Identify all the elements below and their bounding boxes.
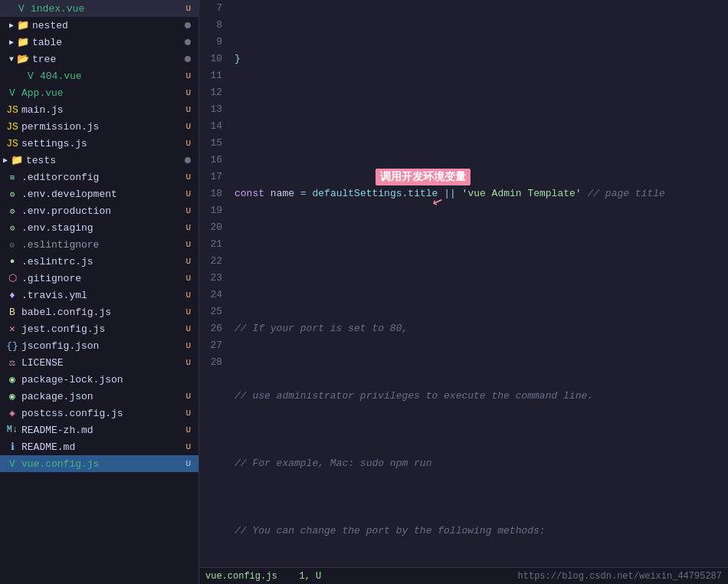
- file-badge: U: [185, 324, 191, 333]
- code-line-10: [234, 253, 728, 270]
- js-icon: JS: [6, 137, 18, 149]
- line-num-26: 26: [202, 320, 222, 337]
- dot-badge: [185, 22, 191, 28]
- js-icon: JS: [6, 103, 18, 116]
- line-col-status: 1, U: [299, 571, 321, 582]
- line-num-12: 12: [202, 84, 222, 101]
- vue-icon: V: [6, 87, 18, 99]
- sidebar-item-env-staging[interactable]: ⚙ .env.staging U: [0, 219, 198, 236]
- vue-icon: V: [15, 2, 28, 15]
- vue-icon: V: [6, 458, 18, 470]
- file-badge: U: [185, 4, 191, 13]
- chevron-right-icon: ▶: [6, 37, 17, 48]
- sidebar-item-nested[interactable]: ▶ 📁 nested: [0, 17, 198, 34]
- sidebar-item-index-vue[interactable]: V index.vue U: [0, 0, 198, 17]
- sidebar-item-postcss-config[interactable]: ◈ postcss.config.js U: [0, 405, 198, 422]
- line-numbers: 7 8 9 10 11 12 13 14 15 16 17 18 19 20 2…: [199, 0, 228, 567]
- file-label: main.js: [21, 104, 185, 116]
- line-num-14: 14: [202, 118, 222, 135]
- code-area[interactable]: 调用开发环境变量 ↙ 7 8 9 10 11 12 13 14 15 16 17…: [199, 0, 728, 567]
- dot-badge: [185, 56, 191, 62]
- file-label: settings.js: [21, 138, 185, 149]
- sidebar-item-tests[interactable]: ▶ 📁 tests: [0, 152, 198, 169]
- jest-icon: ✕: [6, 323, 18, 335]
- file-label: jsconfig.json: [21, 340, 185, 352]
- file-badge: U: [185, 122, 191, 131]
- file-label: LICENSE: [21, 357, 185, 369]
- file-label: README.md: [21, 441, 185, 453]
- sidebar-item-table[interactable]: ▶ 📁 table: [0, 34, 198, 51]
- vue-icon: V: [25, 70, 37, 82]
- sidebar-item-tree[interactable]: ▼ 📂 tree: [0, 51, 198, 67]
- file-badge: U: [185, 240, 191, 249]
- sidebar-item-gitignore[interactable]: ⬡ .gitignore U: [0, 270, 198, 287]
- file-label: .travis.yml: [21, 290, 185, 301]
- chevron-down-icon: ▼: [6, 54, 17, 64]
- line-num-21: 21: [202, 236, 222, 253]
- annotation-label: 调用开发环境变量: [375, 169, 471, 185]
- sidebar-item-package-json[interactable]: ◉ package.json U: [0, 388, 198, 405]
- file-label: .gitignore: [21, 273, 185, 284]
- sidebar-item-readme[interactable]: ℹ README.md U: [0, 438, 198, 455]
- file-label: table: [32, 37, 185, 48]
- file-label: tree: [32, 54, 185, 65]
- file-label: postcss.config.js: [21, 408, 185, 419]
- chevron-right-icon: ▶: [6, 20, 17, 31]
- env-icon: ⚙: [6, 221, 18, 234]
- sidebar-item-editorconfig[interactable]: ≋ .editorconfig U: [0, 169, 198, 185]
- sidebar-item-main-js[interactable]: JS main.js U: [0, 101, 198, 118]
- info-icon: ℹ: [6, 441, 18, 453]
- file-badge: U: [185, 442, 191, 451]
- file-badge: U: [185, 290, 191, 300]
- line-num-23: 23: [202, 270, 222, 287]
- sidebar-item-env-production[interactable]: ⚙ .env.production U: [0, 202, 198, 219]
- file-label: .env.staging: [21, 222, 185, 234]
- sidebar-item-eslintrc[interactable]: ● .eslintrc.js U: [0, 253, 198, 270]
- code-line-11: // If your port is set to 80,: [234, 320, 728, 337]
- file-label: package-lock.json: [21, 374, 191, 386]
- sidebar-item-babel-config[interactable]: B babel.config.js U: [0, 303, 198, 320]
- line-num-28: 28: [202, 354, 222, 371]
- file-label: App.vue: [21, 87, 185, 99]
- sidebar-item-404-vue[interactable]: V 404.vue U: [0, 67, 198, 84]
- sidebar-item-permission-js[interactable]: JS permission.js U: [0, 118, 198, 135]
- line-num-8: 8: [202, 17, 222, 34]
- file-badge: U: [185, 189, 191, 198]
- file-label: .editorconfig: [21, 172, 185, 183]
- folder-icon: 📁: [17, 36, 29, 48]
- sidebar-item-readme-zh[interactable]: M↓ README-zh.md U: [0, 422, 198, 438]
- file-label: .eslintignore: [21, 239, 185, 251]
- file-badge: U: [185, 408, 191, 418]
- line-num-13: 13: [202, 101, 222, 118]
- line-num-25: 25: [202, 303, 222, 320]
- file-badge: U: [185, 257, 191, 266]
- sidebar-item-travis[interactable]: ♦ .travis.yml U: [0, 287, 198, 303]
- chevron-right-icon: ▶: [0, 155, 11, 166]
- sidebar-item-settings-js[interactable]: JS settings.js U: [0, 135, 198, 152]
- code-line-12: // use administrator privileges to execu…: [234, 388, 728, 405]
- line-num-7: 7: [202, 0, 222, 17]
- sidebar-item-package-lock[interactable]: ◉ package-lock.json: [0, 371, 198, 388]
- code-line-13: // For example, Mac: sudo npm run: [234, 455, 728, 472]
- file-badge: U: [185, 459, 191, 468]
- sidebar-item-app-vue[interactable]: V App.vue U: [0, 84, 198, 101]
- sidebar-item-env-development[interactable]: ⚙ .env.development U: [0, 185, 198, 202]
- file-label: 404.vue: [40, 71, 185, 82]
- file-label: tests: [26, 155, 185, 166]
- file-label: permission.js: [21, 121, 185, 133]
- env-icon: ⚙: [6, 205, 18, 217]
- sidebar-item-jest-config[interactable]: ✕ jest.config.js U: [0, 320, 198, 337]
- code-line-14: // You can change the port by the follow…: [234, 523, 728, 540]
- git-icon: ⬡: [6, 272, 18, 284]
- file-badge: U: [185, 139, 191, 148]
- file-badge: U: [185, 71, 191, 80]
- file-label: .env.production: [21, 205, 185, 217]
- file-badge: U: [185, 425, 191, 435]
- sidebar-item-eslintignore[interactable]: ⊙ .eslintignore U: [0, 236, 198, 253]
- sidebar-item-vue-config[interactable]: V vue.config.js U: [0, 455, 198, 472]
- file-label: vue.config.js: [21, 458, 185, 470]
- folder-icon: 📁: [17, 19, 29, 31]
- sidebar-item-jsconfig[interactable]: {} jsconfig.json U: [0, 337, 198, 354]
- active-file-name: vue.config.js: [205, 571, 277, 582]
- sidebar-item-license[interactable]: ⚖ LICENSE U: [0, 354, 198, 371]
